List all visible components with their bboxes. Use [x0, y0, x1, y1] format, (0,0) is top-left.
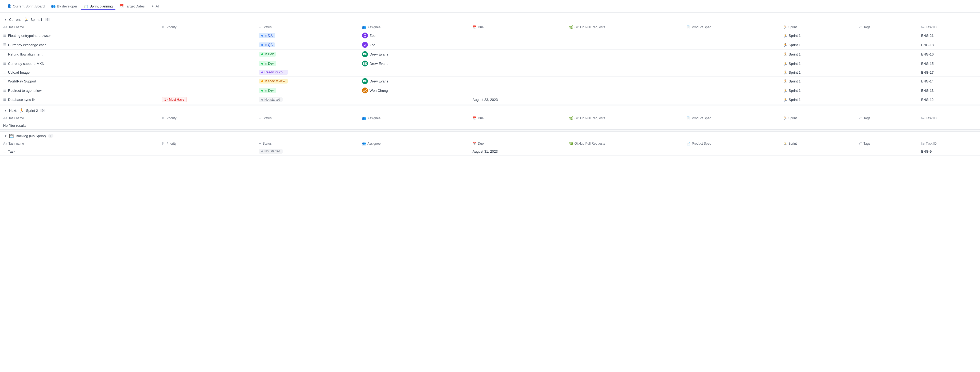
col-header-due: 📅Due	[469, 24, 566, 31]
sprint-cell: 🏃Sprint 1	[780, 59, 856, 68]
task-name: Currency support: MXN	[8, 62, 45, 66]
table-row[interactable]: ☰Floating entrypoint, browserIn QAZZoe🏃S…	[0, 31, 980, 40]
nav-item-target-dates[interactable]: 📅Target Dates	[116, 3, 148, 9]
col-label-tags: Tags	[864, 142, 870, 146]
task-name-cell: ☰Floating entrypoint, browser	[0, 31, 159, 40]
sprint-icon: 🏃	[783, 70, 788, 74]
col-header-github: 🌿GitHub Pull Requests	[566, 115, 683, 122]
col-icon-taskid: №	[921, 116, 924, 120]
section-header-backlog[interactable]: ▼💾Backlog (No Sprint)1	[0, 131, 980, 140]
task-type-icon: ☰	[3, 43, 6, 47]
section-header-current[interactable]: ▼Current:🏃Sprint 18	[0, 15, 980, 24]
github-cell	[566, 77, 683, 86]
task-type-icon: ☰	[3, 89, 6, 92]
assignee-name: Drew Evans	[369, 52, 388, 56]
task-type-icon: ☰	[3, 33, 6, 37]
github-cell	[566, 68, 683, 77]
table-row[interactable]: ☰Redirect to agent flowIn DevWCWon Chung…	[0, 86, 980, 95]
priority-cell	[159, 50, 255, 59]
section-label-next: Next:	[9, 109, 17, 112]
github-cell	[566, 59, 683, 68]
sprint-icon: 🏃	[24, 17, 28, 22]
task-type-icon: ☰	[3, 62, 6, 65]
nav-item-all[interactable]: ✦All	[148, 3, 162, 9]
section-badge-backlog: 1	[48, 134, 53, 138]
tags-cell	[856, 50, 918, 59]
task-name-cell: ☰Upload Image	[0, 68, 159, 77]
col-header-task-name: AaTask name	[0, 140, 159, 147]
sprint-name: Sprint 1	[789, 89, 801, 93]
col-label-priority: Priority	[167, 142, 177, 146]
nav-item-sprint-planning[interactable]: 📊Sprint planning	[81, 3, 115, 9]
sprint-cell: 🏃Sprint 1	[780, 77, 856, 86]
col-label-spec: Product Spec	[692, 116, 711, 120]
status-dot	[261, 63, 263, 65]
status-dot	[261, 44, 263, 46]
chevron-icon: ▼	[4, 135, 7, 138]
taskid-cell: ENG-21	[918, 31, 980, 40]
avatar: DE	[362, 60, 368, 66]
taskid-cell: ENG-14	[918, 77, 980, 86]
col-header-spec: 📄Product Spec	[683, 24, 780, 31]
col-label-tags: Tags	[864, 116, 870, 120]
col-label-assignee: Assignee	[368, 25, 380, 29]
tags-cell	[856, 31, 918, 40]
col-icon-sprint: 🏃	[783, 142, 787, 146]
assignee-cell: DEDrew Evans	[359, 50, 469, 59]
assignee-name: Drew Evans	[369, 79, 388, 83]
col-icon-priority: 🏳	[162, 116, 165, 120]
taskid-cell: ENG-12	[918, 95, 980, 104]
taskid-cell: ENG-18	[918, 40, 980, 50]
section-label-current: Current:	[9, 17, 22, 22]
github-cell	[566, 50, 683, 59]
status-label: In Dev	[264, 89, 274, 92]
table-row[interactable]: ☰TaskNot startedAugust 31, 2023ENG-9	[0, 147, 980, 155]
col-header-assignee: 👥Assignee	[359, 140, 469, 147]
nav-item-current-sprint[interactable]: 👤Current Sprint Board	[4, 3, 47, 9]
col-label-priority: Priority	[167, 25, 177, 29]
sprint-table-backlog: AaTask name🏳Priority✦Status👥Assignee📅Due…	[0, 140, 980, 155]
priority-cell	[159, 31, 255, 40]
table-row[interactable]: ☰Upload ImageReady for co...🏃Sprint 1ENG…	[0, 68, 980, 77]
nav-icon-all: ✦	[151, 4, 154, 8]
col-icon-assignee: 👥	[362, 142, 366, 146]
sprint-table-current: AaTask name🏳Priority✦Status👥Assignee📅Due…	[0, 24, 980, 104]
task-name: WorldPay Support	[8, 79, 36, 83]
status-dot	[261, 150, 263, 152]
no-results-text: No filter results.	[0, 122, 980, 130]
nav-icon-sprint-planning: 📊	[84, 4, 88, 8]
table-row[interactable]: ☰Refund flow alignmentIn DevDEDrew Evans…	[0, 50, 980, 59]
col-icon-github: 🌿	[569, 142, 573, 146]
sprint-name: Sprint 1	[789, 43, 801, 47]
status-cell: In QA	[255, 31, 359, 40]
col-header-assignee: 👥Assignee	[359, 24, 469, 31]
col-header-tags: 🏷Tags	[856, 140, 918, 147]
col-icon-priority: 🏳	[162, 142, 165, 146]
table-row[interactable]: ☰Database sync fix1 - Must HaveNot start…	[0, 95, 980, 104]
status-dot	[261, 80, 263, 82]
status-dot	[261, 99, 263, 101]
col-icon-github: 🌿	[569, 25, 573, 29]
github-cell	[566, 147, 683, 155]
col-header-status: ✦Status	[255, 115, 359, 122]
col-label-sprint: Sprint	[788, 142, 797, 146]
col-label-sprint: Sprint	[788, 25, 797, 29]
section-header-next[interactable]: ▼Next:🏃Sprint 20	[0, 106, 980, 115]
table-row[interactable]: ☰Currency exchange caseIn QAZZoe🏃Sprint …	[0, 40, 980, 50]
col-icon-task-name: Aa	[3, 142, 7, 146]
sprint-cell	[780, 147, 856, 155]
due-cell	[469, 59, 566, 68]
col-label-status: Status	[262, 25, 272, 29]
assignee-cell: DEDrew Evans	[359, 77, 469, 86]
col-label-taskid: Task ID	[926, 116, 937, 120]
sprint-name: Sprint 1	[789, 70, 801, 74]
main-content: ▼Current:🏃Sprint 18AaTask name🏳Priority✦…	[0, 13, 980, 158]
table-row[interactable]: ☰WorldPay SupportIn code reviewDEDrew Ev…	[0, 77, 980, 86]
col-header-taskid: №Task ID	[918, 115, 980, 122]
nav-item-by-developer[interactable]: 👥By developer	[48, 3, 80, 9]
col-header-assignee: 👥Assignee	[359, 115, 469, 122]
avatar: DE	[362, 51, 368, 57]
col-icon-task-name: Aa	[3, 25, 7, 29]
table-row[interactable]: ☰Currency support: MXNIn DevDEDrew Evans…	[0, 59, 980, 68]
nav-icon-by-developer: 👥	[51, 4, 56, 8]
